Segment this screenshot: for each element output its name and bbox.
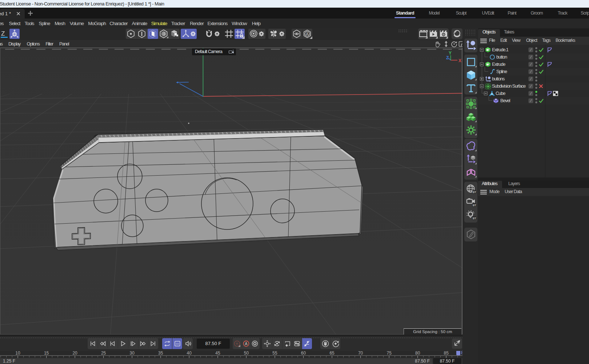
svg-text:Y: Y	[449, 51, 452, 56]
svg-text:ST: ST	[473, 191, 476, 194]
svg-text:A: A	[306, 32, 309, 36]
svg-text:85: 85	[444, 351, 449, 356]
svg-text:ST: ST	[473, 204, 476, 207]
svg-text:25: 25	[101, 351, 106, 356]
svg-text:15: 15	[44, 351, 49, 356]
svg-text:A: A	[245, 341, 247, 346]
svg-text:50: 50	[244, 351, 249, 356]
svg-text:65: 65	[329, 351, 334, 356]
svg-text:45: 45	[215, 351, 220, 356]
svg-text:80: 80	[415, 351, 420, 356]
svg-text:70: 70	[358, 351, 363, 356]
svg-text:75: 75	[387, 351, 392, 356]
svg-text:60: 60	[301, 351, 306, 356]
svg-text:ST: ST	[473, 217, 476, 220]
svg-text:55: 55	[272, 351, 277, 356]
svg-text:20: 20	[72, 351, 77, 356]
svg-text:35: 35	[158, 351, 163, 356]
svg-text:10: 10	[15, 351, 20, 356]
svg-text:40: 40	[187, 351, 192, 356]
svg-text:X: X	[458, 58, 461, 63]
svg-text:30: 30	[130, 351, 135, 356]
